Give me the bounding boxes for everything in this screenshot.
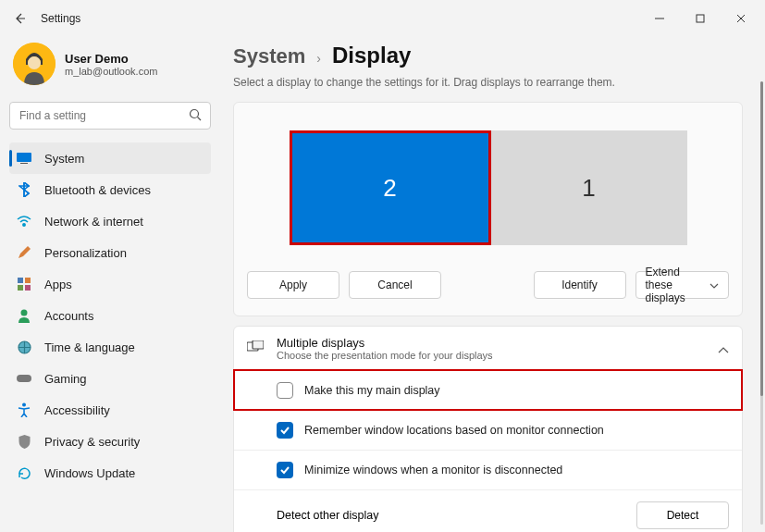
option-label: Make this my main display	[304, 384, 440, 397]
shield-icon	[17, 434, 31, 449]
svg-rect-18	[253, 340, 264, 349]
close-button[interactable]	[721, 3, 761, 34]
display-monitor-2[interactable]: 2	[290, 130, 491, 245]
window-title: Settings	[41, 12, 80, 25]
breadcrumb-parent[interactable]: System	[233, 44, 305, 68]
sidebar: User Demo m_lab@outlook.com System Bluet…	[0, 37, 220, 532]
profile[interactable]: User Demo m_lab@outlook.com	[9, 37, 211, 98]
sidebar-item-gaming[interactable]: Gaming	[9, 363, 211, 394]
detect-button[interactable]: Detect	[636, 501, 729, 529]
option-label: Remember window locations based on monit…	[304, 424, 604, 437]
person-icon	[17, 308, 31, 323]
checkbox-minimize[interactable]	[277, 462, 293, 478]
checkbox-main-display[interactable]	[277, 382, 293, 399]
svg-point-13	[21, 310, 28, 316]
sidebar-item-label: Personalization	[44, 246, 127, 260]
breadcrumb: System › Display	[233, 43, 743, 68]
sidebar-item-label: Bluetooth & devices	[44, 183, 151, 197]
sidebar-item-label: Gaming	[44, 372, 87, 386]
update-icon	[17, 465, 31, 480]
page-subtext: Select a display to change the settings …	[233, 76, 743, 89]
detect-row: Detect other display Detect	[234, 489, 742, 532]
wifi-icon	[17, 214, 31, 229]
sidebar-item-personalization[interactable]: Personalization	[9, 237, 211, 268]
sidebar-item-accessibility[interactable]: Accessibility	[9, 394, 211, 426]
sidebar-item-label: System	[44, 152, 84, 166]
svg-point-16	[22, 403, 26, 407]
sidebar-item-label: Time & language	[44, 340, 135, 354]
search-wrap	[9, 102, 211, 130]
chevron-down-icon	[709, 278, 719, 291]
multiple-displays-header[interactable]: Multiple displays Choose the presentatio…	[234, 327, 742, 370]
system-icon	[17, 151, 31, 166]
sidebar-item-privacy[interactable]: Privacy & security	[9, 426, 211, 457]
svg-point-4	[191, 110, 199, 118]
maximize-icon	[696, 14, 705, 23]
window-controls	[639, 3, 761, 34]
globe-icon	[17, 340, 31, 354]
displays-icon	[247, 340, 264, 357]
sidebar-item-network[interactable]: Network & internet	[9, 205, 211, 237]
page-title: Display	[332, 43, 411, 68]
chevron-up-icon	[718, 340, 729, 357]
sidebar-item-system[interactable]: System	[9, 142, 211, 174]
checkbox-remember[interactable]	[277, 422, 293, 439]
svg-rect-12	[25, 285, 31, 291]
cancel-button[interactable]: Cancel	[349, 271, 441, 299]
chevron-right-icon: ›	[316, 51, 321, 66]
option-remember-locations[interactable]: Remember window locations based on monit…	[234, 410, 742, 450]
arrow-left-icon	[12, 11, 27, 26]
display-monitor-1[interactable]: 1	[491, 130, 687, 245]
apps-icon	[17, 277, 31, 291]
minimize-button[interactable]	[639, 3, 680, 34]
svg-rect-10	[25, 278, 31, 283]
svg-rect-6	[17, 153, 31, 162]
sidebar-item-label: Apps	[44, 278, 72, 291]
svg-rect-15	[17, 375, 31, 382]
sidebar-item-label: Accessibility	[44, 403, 110, 417]
sidebar-item-label: Windows Update	[44, 466, 135, 480]
extend-label: Extend these displays	[646, 266, 710, 304]
sidebar-item-update[interactable]: Windows Update	[9, 457, 211, 489]
option-minimize-disconnect[interactable]: Minimize windows when a monitor is disco…	[234, 450, 742, 489]
search-input[interactable]	[9, 102, 211, 130]
svg-line-5	[198, 118, 202, 121]
option-main-display[interactable]: Make this my main display	[234, 370, 742, 410]
group-title: Multiple displays	[277, 336, 493, 350]
svg-rect-1	[697, 15, 704, 22]
apply-button[interactable]: Apply	[247, 271, 339, 299]
profile-email: m_lab@outlook.com	[65, 66, 157, 77]
svg-rect-7	[20, 163, 28, 164]
maximize-button[interactable]	[680, 3, 721, 34]
identify-button[interactable]: Identify	[534, 271, 626, 299]
svg-point-3	[28, 56, 41, 69]
main-content: System › Display Select a display to cha…	[220, 37, 765, 532]
multiple-displays-group: Multiple displays Choose the presentatio…	[233, 326, 743, 532]
extend-displays-dropdown[interactable]: Extend these displays	[635, 271, 730, 299]
avatar	[13, 43, 56, 85]
sidebar-item-accounts[interactable]: Accounts	[9, 300, 211, 331]
accessibility-icon	[17, 402, 31, 417]
sidebar-item-apps[interactable]: Apps	[9, 268, 211, 300]
sidebar-item-label: Accounts	[44, 309, 93, 323]
sidebar-item-bluetooth[interactable]: Bluetooth & devices	[9, 174, 211, 205]
display-arrange-panel: 2 1 Apply Cancel Identify Extend these d…	[233, 102, 743, 316]
profile-name: User Demo	[65, 52, 157, 66]
svg-rect-9	[18, 278, 23, 283]
brush-icon	[17, 245, 31, 260]
titlebar: Settings	[0, 0, 765, 37]
back-button[interactable]	[4, 3, 35, 34]
close-icon	[736, 14, 746, 23]
bluetooth-icon	[17, 182, 31, 197]
group-subtitle: Choose the presentation mode for your di…	[277, 350, 493, 361]
sidebar-item-label: Privacy & security	[44, 435, 140, 449]
detect-label: Detect other display	[277, 509, 378, 522]
scrollbar-thumb[interactable]	[760, 81, 763, 396]
svg-rect-11	[18, 285, 23, 291]
option-label: Minimize windows when a monitor is disco…	[304, 464, 562, 476]
sidebar-item-label: Network & internet	[44, 215, 143, 229]
minimize-icon	[655, 14, 664, 23]
gamepad-icon	[17, 371, 31, 386]
sidebar-item-time[interactable]: Time & language	[9, 331, 211, 363]
search-icon	[189, 108, 202, 125]
